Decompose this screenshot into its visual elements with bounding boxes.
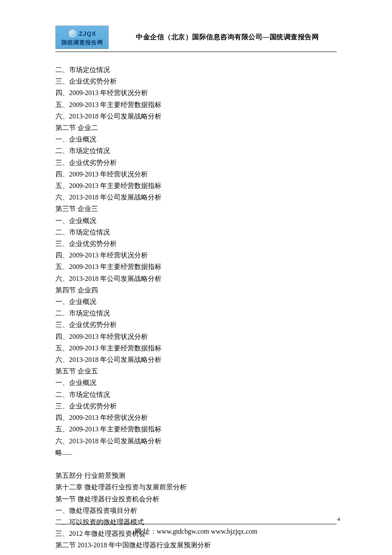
toc-line: 四、2009-2013 年经营状况分析 [55, 168, 337, 180]
toc-line: 三、企业优劣势分析 [55, 157, 337, 168]
toc-line: 六、2013-2018 年公司发展战略分析 [55, 273, 337, 284]
toc-line: 第五部分 行业前景预测 [55, 470, 337, 481]
toc-line: 五、2009-2013 年主要经营数据指标 [55, 180, 337, 191]
toc-line: 四、2009-2013 年经营状况分析 [55, 331, 337, 342]
toc-line: 第二节 2013-2018 年中国微处理器行业发展预测分析 [55, 539, 337, 551]
toc-line: 第三节 企业三 [55, 203, 337, 214]
toc-line: 五、2009-2013 年主要经营数据指标 [55, 423, 337, 435]
toc-line: 第一节 微处理器行业投资机会分析 [55, 493, 337, 505]
logo-brand-code: ZJQX [79, 30, 96, 37]
toc-line: 略...... [55, 447, 337, 458]
blank-line [55, 458, 337, 470]
toc-line: 六、2013-2018 年公司发展战略分析 [55, 110, 337, 122]
toc-line: 二、市场定位情况 [55, 145, 337, 156]
toc-line: 六、2013-2018 年公司发展战略分析 [55, 354, 337, 365]
toc-line: 三、企业优劣势分析 [55, 238, 337, 249]
page-header: ZJQX 国统调查报告网 中金企信（北京）国际信息咨询有限公司—国统调查报告网 [55, 26, 337, 49]
toc-line: 第五节 企业五 [55, 365, 337, 377]
logo-brand-text: 国统调查报告网 [61, 39, 103, 46]
header-title: 中金企信（北京）国际信息咨询有限公司—国统调查报告网 [136, 33, 319, 42]
toc-line: 一、企业概况 [55, 377, 337, 388]
document-content: 二、市场定位情况 三、企业优劣势分析 四、2009-2013 年经营状况分析 五… [55, 64, 337, 551]
toc-line: 六、2013-2018 年公司发展战略分析 [55, 191, 337, 203]
toc-line: 五、2009-2013 年主要经营数据指标 [55, 261, 337, 272]
toc-line: 第二节 企业二 [55, 122, 337, 133]
document-page: ZJQX 国统调查报告网 中金企信（北京）国际信息咨询有限公司—国统调查报告网 … [0, 0, 392, 555]
toc-line: 一、企业概况 [55, 133, 337, 145]
toc-line: 二、市场定位情况 [55, 226, 337, 238]
toc-line: 三、企业优劣势分析 [55, 400, 337, 412]
toc-line: 一、企业概况 [55, 296, 337, 307]
toc-line: 第四节 企业四 [55, 284, 337, 296]
toc-line: 四、2009-2013 年经营状况分析 [55, 87, 337, 98]
toc-line: 二、市场定位情况 [55, 64, 337, 75]
toc-line: 六、2013-2018 年公司发展战略分析 [55, 435, 337, 447]
page-number: 4 [337, 516, 340, 523]
toc-line: 三、企业优劣势分析 [55, 319, 337, 330]
toc-line: 三、企业优劣势分析 [55, 75, 337, 87]
company-logo: ZJQX 国统调查报告网 [55, 26, 109, 49]
footer-divider [55, 524, 337, 524]
toc-line: 二、市场定位情况 [55, 307, 337, 319]
globe-icon [68, 29, 78, 39]
toc-line: 第十二章 微处理器行业投资与发展前景分析 [55, 481, 337, 493]
toc-line: 四、2009-2013 年经营状况分析 [55, 412, 337, 423]
toc-line: 五、2009-2013 年主要经营数据指标 [55, 99, 337, 110]
header-divider [55, 52, 337, 52]
toc-line: 一、微处理器投资项目分析 [55, 505, 337, 516]
toc-line: 五、2009-2013 年主要经营数据指标 [55, 342, 337, 354]
toc-line: 二、可以投资的微处理器模式 [55, 516, 337, 528]
toc-line: 四、2009-2013 年经营状况分析 [55, 249, 337, 261]
footer-text: 网 址：www.gtdcbgw.com www.bjzjqx.com [0, 527, 392, 536]
logo-top-row: ZJQX [68, 29, 96, 39]
toc-line: 一、企业概况 [55, 215, 337, 226]
toc-line: 二、市场定位情况 [55, 389, 337, 400]
